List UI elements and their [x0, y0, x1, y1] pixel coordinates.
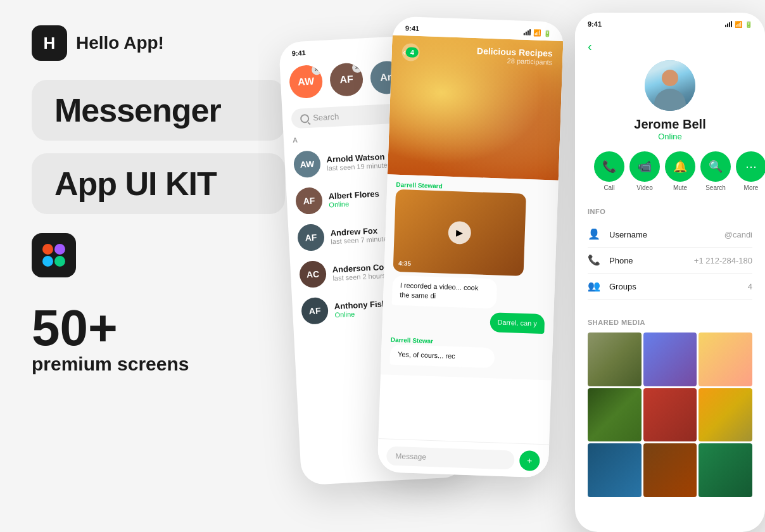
- media-thumb-9[interactable]: [699, 443, 752, 497]
- more-circle: ⋯: [736, 151, 765, 182]
- media-thumb-6[interactable]: [699, 388, 752, 442]
- groups-label: Groups: [609, 282, 739, 291]
- figma-dot-red: [42, 244, 53, 255]
- back-arrow[interactable]: ‹: [588, 39, 752, 54]
- story-avatar-1: AW ✕: [289, 65, 324, 99]
- action-mute[interactable]: 🔔 Mute: [665, 151, 695, 191]
- battery-icon-3: 🔋: [745, 21, 752, 28]
- stat-number: 50+: [32, 303, 285, 353]
- phone-profile: 9:41 📶 🔋 ‹ Jerome Bell Online: [575, 13, 765, 532]
- media-thumb-7[interactable]: [588, 443, 642, 497]
- wifi-icon-3: 📶: [735, 21, 742, 28]
- time-1: 9:41: [291, 49, 306, 57]
- stat-section: 50+ premium screens: [32, 303, 285, 375]
- avatar-anthony: AF: [301, 297, 329, 325]
- call-circle: 📞: [594, 151, 624, 182]
- video-duration: 4:35: [398, 260, 411, 267]
- search-circle: 🔍: [700, 151, 731, 182]
- action-search[interactable]: 🔍 Search: [700, 151, 731, 191]
- search-label: Search: [705, 184, 726, 191]
- title-line-2: App UI KIT: [54, 165, 262, 203]
- username-label: Username: [609, 230, 716, 239]
- brand-name: Hello App!: [76, 33, 164, 53]
- remove-story-badge[interactable]: ✕: [312, 65, 322, 75]
- profile-header: ‹ Jerome Bell Online 📞 Call 📹 Video 🔔 Mu…: [575, 32, 765, 201]
- profile-status: Online: [588, 132, 752, 141]
- signal-icon-2: [524, 29, 531, 35]
- recipe-header-overlay: ‹ 4 Delicious Recipes 28 participants: [391, 35, 564, 73]
- remove-story-badge-2[interactable]: ✕: [352, 62, 363, 73]
- profile-name: Jerome Bell: [588, 117, 752, 132]
- phone-label: Phone: [609, 256, 685, 265]
- message-bubble-right: Darrel, can y: [490, 312, 545, 334]
- brand-header: H Hello App!: [32, 25, 285, 61]
- phone-recipe-chat: 9:41 📶 🔋 ‹ 4 Delici: [377, 16, 564, 478]
- status-icons-2: 📶 🔋: [524, 28, 551, 36]
- avatar-arnold: AW: [293, 150, 321, 178]
- info-section: INFO 👤 Username @candi 📞 Phone +1 212-28…: [575, 201, 765, 306]
- groups-icon: 👥: [588, 280, 600, 293]
- media-thumb-3[interactable]: [699, 332, 752, 386]
- phones-area: 9:41 📶 🔋 AW ✕ AF ✕: [258, 0, 765, 532]
- shared-media-title: SHARED MEDIA: [588, 319, 752, 326]
- action-buttons: 📞 Call 📹 Video 🔔 Mute 🔍 Search ⋯ M: [588, 151, 752, 201]
- brand-logo: H: [32, 25, 67, 61]
- status-icons-3: 📶 🔋: [725, 21, 752, 28]
- video-message: Darrell Steward ▶ 4:35 I recorded a vide…: [392, 181, 526, 310]
- search-icon: [300, 113, 310, 123]
- reply-bubble: Yes, of cours... rec: [389, 345, 495, 368]
- title-pill-1: Messenger: [32, 80, 285, 141]
- stat-label: premium screens: [32, 353, 285, 375]
- media-thumb-1[interactable]: [588, 332, 642, 386]
- battery-icon-2: 🔋: [543, 29, 551, 36]
- action-call[interactable]: 📞 Call: [594, 151, 624, 191]
- mute-circle: 🔔: [665, 151, 695, 182]
- info-row-phone: 📞 Phone +1 212-284-180: [588, 248, 752, 274]
- figma-icon: [32, 233, 76, 277]
- time-3: 9:41: [588, 20, 602, 28]
- signal-icon-3: [725, 21, 732, 27]
- action-video[interactable]: 📹 Video: [629, 151, 660, 191]
- media-thumb-2[interactable]: [643, 332, 697, 386]
- groups-value: 4: [748, 282, 752, 291]
- media-thumb-4[interactable]: [588, 388, 642, 442]
- video-thumbnail[interactable]: ▶ 4:35: [393, 189, 526, 276]
- recipe-info: Delicious Recipes 28 participants: [476, 46, 553, 66]
- reply-message: Darrell Stewar Yes, of cours... rec: [389, 336, 521, 369]
- recipe-image: ‹ 4 Delicious Recipes 28 participants: [388, 35, 564, 180]
- notification-badge: 4: [406, 47, 419, 58]
- info-section-title: INFO: [588, 208, 752, 215]
- profile-avatar-image: [645, 60, 695, 111]
- wifi-icon-2: 📶: [533, 29, 541, 36]
- action-more[interactable]: ⋯ More: [736, 151, 765, 191]
- media-grid: [588, 332, 752, 497]
- info-row-groups: 👥 Groups 4: [588, 274, 752, 300]
- mute-label: Mute: [673, 184, 687, 191]
- figma-dot-green: [42, 256, 53, 267]
- figma-dot-purple: [54, 244, 65, 255]
- play-button[interactable]: ▶: [448, 221, 471, 244]
- title-line-1: Messenger: [54, 91, 262, 129]
- title-pill-2: App UI KIT: [32, 153, 285, 214]
- back-button[interactable]: ‹ 4: [401, 43, 420, 61]
- avatar-albert: AF: [295, 187, 323, 215]
- avatar-andrew: AF: [297, 224, 325, 251]
- phone-value: +1 212-284-180: [694, 256, 752, 265]
- shared-media-section: SHARED MEDIA: [575, 311, 765, 502]
- avatar-anderson: AC: [299, 260, 327, 288]
- search-placeholder: Search: [313, 111, 339, 122]
- chat-section: Darrell Steward ▶ 4:35 I recorded a vide…: [381, 174, 559, 380]
- more-label: More: [744, 184, 759, 191]
- media-thumb-8[interactable]: [643, 443, 697, 497]
- media-thumb-5[interactable]: [643, 388, 697, 442]
- username-icon: 👤: [588, 228, 600, 241]
- time-2: 9:41: [405, 24, 419, 32]
- video-label: Video: [636, 184, 652, 191]
- call-label: Call: [604, 184, 614, 191]
- figma-dot-blue: [54, 256, 65, 267]
- username-value: @candi: [724, 230, 752, 239]
- profile-avatar: [645, 60, 695, 111]
- info-row-username: 👤 Username @candi: [588, 222, 752, 248]
- message-right-wrapper: Darrel, can y: [391, 308, 545, 338]
- phone-icon: 📞: [588, 254, 600, 267]
